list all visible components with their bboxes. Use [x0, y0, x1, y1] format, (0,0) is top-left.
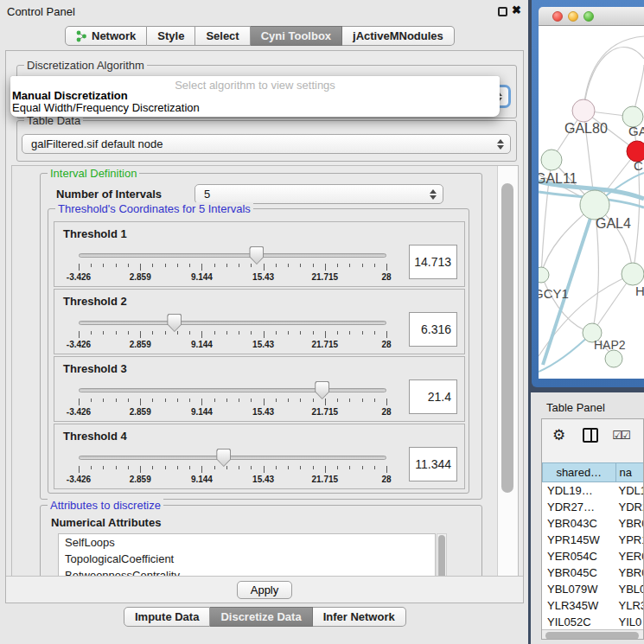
table-row[interactable]: YPR145WYPR1 — [542, 532, 643, 548]
cell-shared-name: YIL052C — [542, 614, 615, 629]
table-row[interactable]: YIL052CYIL0 — [542, 614, 643, 629]
slider-thumb[interactable] — [315, 381, 329, 399]
network-edge[interactable] — [541, 275, 592, 333]
tab-infer-network[interactable]: Infer Network — [313, 607, 406, 627]
attribute-list-item[interactable]: TopologicalCoefficient — [59, 551, 435, 567]
network-edge[interactable] — [583, 48, 644, 112]
slider-track[interactable] — [79, 388, 386, 392]
network-window-titlebar[interactable] — [539, 7, 644, 26]
split-columns-icon[interactable] — [583, 428, 598, 443]
network-node-gal80[interactable] — [572, 99, 595, 122]
table-row[interactable]: YDL19…YDL1 — [542, 482, 643, 499]
settings-vertical-scrollbar[interactable] — [497, 166, 518, 577]
number-of-intervals-value: 5 — [204, 188, 210, 201]
scrollbar-thumb[interactable] — [545, 632, 639, 640]
combo-stepper-icon — [497, 139, 504, 150]
tab-label: Network — [92, 29, 136, 42]
cell-shared-name: YER054C — [542, 548, 615, 564]
attributes-list-scrollbar[interactable] — [437, 533, 447, 578]
slider-thumb[interactable] — [216, 449, 231, 467]
algorithm-option[interactable]: Equal Width/Frequency Discretization — [10, 102, 500, 114]
threshold-value-field[interactable]: 21.4 — [409, 379, 457, 414]
cell-shared-name: YPR145W — [542, 532, 615, 548]
threshold-value-field[interactable]: 6.316 — [409, 312, 457, 347]
table-rows: YDL19…YDL1YDR27…YDR2YBR043CYBR0YPR145WYP… — [542, 482, 643, 629]
number-of-intervals-combo[interactable]: 5 — [194, 184, 443, 204]
zoom-traffic-light-icon[interactable] — [583, 11, 594, 22]
slider-track[interactable] — [79, 456, 386, 460]
cell-name: YDR2 — [615, 499, 643, 515]
tab-label: Style — [157, 29, 184, 42]
tab-label: Cyni Toolbox — [261, 29, 331, 42]
tab-jactivemnodules[interactable]: jActiveMNodules — [342, 26, 455, 46]
attribute-list-item[interactable]: SelfLoops — [59, 534, 435, 551]
network-node-h[interactable] — [622, 263, 644, 285]
gear-icon[interactable]: ⚙ — [552, 426, 565, 444]
table-panel-title: Table Panel — [546, 401, 605, 414]
tab-label: Discretize Data — [220, 610, 301, 623]
cell-shared-name: YDR27… — [542, 499, 615, 515]
tab-cyni-toolbox[interactable]: Cyni Toolbox — [251, 26, 342, 46]
threshold-slider[interactable]: -3.4262.8599.14415.4321.71528 — [79, 290, 386, 355]
tab-discretize-data[interactable]: Discretize Data — [210, 607, 312, 627]
network-node-label: H — [635, 284, 644, 298]
network-node[interactable] — [605, 350, 622, 367]
threshold-panel-3: Threshold 3-3.4262.8599.14415.4321.71528… — [54, 356, 465, 422]
table-row[interactable]: YDR27…YDR2 — [542, 499, 643, 515]
table-data-combo[interactable]: galFiltered.sif default node — [22, 134, 511, 154]
tab-style[interactable]: Style — [147, 26, 195, 46]
cell-name: YBR0 — [615, 564, 643, 581]
algorithm-option[interactable]: Manual Discretization — [10, 90, 500, 102]
control-panel-title: Control Panel — [7, 5, 75, 18]
table-row[interactable]: YBR043CYBR0 — [542, 515, 643, 532]
slider-tick-labels: -3.4262.8599.14415.4321.71528 — [79, 272, 386, 283]
scrollbar-thumb[interactable] — [438, 535, 445, 578]
cell-shared-name: YLR345W — [542, 597, 615, 614]
table-row[interactable]: YER054CYER0 — [542, 548, 643, 564]
table-row[interactable]: YLR345WYLR3 — [542, 597, 643, 614]
threshold-value-field[interactable]: 14.713 — [409, 245, 457, 279]
slider-tick-labels: -3.4262.8599.14415.4321.71528 — [79, 407, 386, 418]
cell-name: YLR3 — [615, 597, 643, 614]
tab-select[interactable]: Select — [195, 26, 250, 46]
network-canvas[interactable]: GAL80GACGAL11GAL4GCY1HHAP2 — [539, 26, 644, 379]
slider-track[interactable] — [79, 321, 386, 325]
tab-network[interactable]: Network — [65, 26, 147, 46]
slider-thumb[interactable] — [167, 314, 182, 332]
table-header-row: shared…na — [542, 462, 643, 482]
network-node-gal4[interactable] — [580, 190, 609, 220]
scrollbar-thumb[interactable] — [501, 183, 513, 493]
table-column-header[interactable]: shared… — [542, 462, 615, 482]
attributes-group-title: Attributes to discretize — [48, 499, 163, 512]
combo-stepper-icon — [430, 189, 437, 200]
cell-name: YPR1 — [615, 532, 643, 548]
node-table: ⚙ ☑☑ shared…na YDL19…YDL1YDR27…YDR2YBR04… — [541, 418, 644, 640]
network-node-gcy1[interactable] — [539, 267, 549, 283]
threshold-value-field[interactable]: 11.344 — [409, 447, 457, 481]
close-icon[interactable]: ✖ — [512, 3, 521, 16]
apply-button[interactable]: Apply — [237, 581, 292, 599]
tab-impute-data[interactable]: Impute Data — [124, 607, 210, 627]
close-traffic-light-icon[interactable] — [552, 11, 563, 22]
network-node-label: GAL4 — [596, 216, 631, 231]
algorithm-popup-placeholder: Select algorithm to view settings — [10, 76, 500, 90]
slider-track[interactable] — [79, 253, 386, 258]
slider-thumb[interactable] — [249, 246, 264, 265]
tab-label: jActiveMNodules — [353, 29, 443, 42]
select-columns-icon[interactable]: ☑☑ — [612, 429, 628, 442]
threshold-slider[interactable]: -3.4262.8599.14415.4321.71528 — [79, 424, 386, 490]
threshold-slider[interactable]: -3.4262.8599.14415.4321.71528 — [79, 222, 386, 288]
threshold-slider[interactable]: -3.4262.8599.14415.4321.71528 — [79, 357, 386, 423]
table-row[interactable]: YBL079WYBL0 — [542, 581, 643, 597]
attributes-group: Attributes to discretize Numerical Attri… — [40, 505, 482, 578]
network-node-gal11[interactable] — [541, 150, 562, 170]
table-row[interactable]: YBR045CYBR0 — [542, 564, 643, 581]
network-edge[interactable] — [583, 36, 644, 111]
table-column-header[interactable]: na — [615, 462, 644, 482]
table-horizontal-scrollbar[interactable] — [542, 629, 643, 640]
minimize-traffic-light-icon[interactable] — [568, 11, 578, 22]
screen: Control Panel ✖ NetworkStyleSelectCyni T… — [0, 0, 644, 644]
network-view-window[interactable]: GAL80GACGAL11GAL4GCY1HHAP2 — [532, 0, 644, 387]
float-window-icon[interactable] — [498, 7, 507, 16]
cell-name: YIL0 — [615, 614, 643, 629]
